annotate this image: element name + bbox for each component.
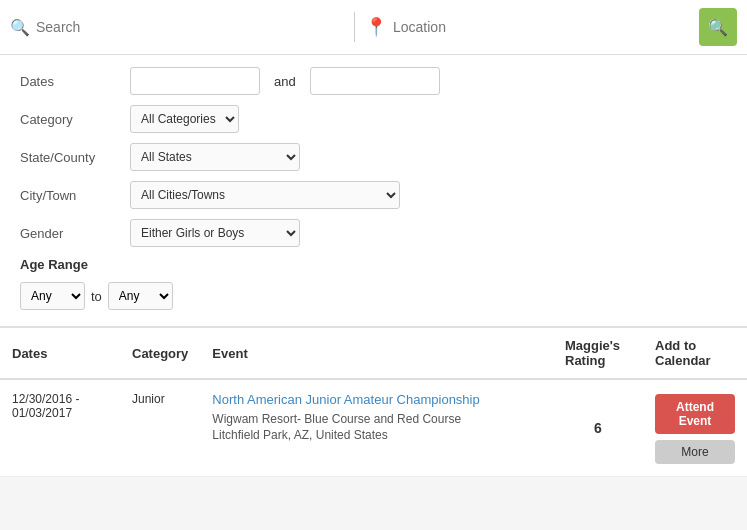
and-text: and <box>274 74 296 89</box>
city-filter-row: City/Town All Cities/Towns <box>20 181 727 209</box>
search-button-icon: 🔍 <box>708 18 728 37</box>
col-header-calendar: Add to Calendar <box>643 328 747 379</box>
dates-filter-row: Dates and <box>20 67 727 95</box>
state-select[interactable]: All States <box>130 143 300 171</box>
col-header-rating: Maggie's Rating <box>553 328 643 379</box>
category-filter-row: Category All Categories <box>20 105 727 133</box>
search-divider <box>354 12 355 42</box>
state-label: State/County <box>20 150 130 165</box>
city-label: City/Town <box>20 188 130 203</box>
state-control: All States <box>130 143 300 171</box>
search-section: 🔍 <box>10 18 344 37</box>
col-header-dates: Dates <box>0 328 120 379</box>
city-control: All Cities/Towns <box>130 181 400 209</box>
cell-dates: 12/30/2016 - 01/03/2017 <box>0 379 120 477</box>
results-table: Dates Category Event Maggie's Rating Add… <box>0 328 747 477</box>
date-from-input[interactable] <box>130 67 260 95</box>
event-location: Litchfield Park, AZ, United States <box>212 428 541 442</box>
cell-rating: 6 <box>553 379 643 477</box>
age-from-select[interactable]: Any <box>20 282 85 310</box>
event-venue: Wigwam Resort- Blue Course and Red Cours… <box>212 411 541 428</box>
cell-calendar: Attend Event More <box>643 379 747 477</box>
city-select[interactable]: All Cities/Towns <box>130 181 400 209</box>
gender-control: Either Girls or Boys <box>130 219 300 247</box>
to-text: to <box>91 289 102 304</box>
dates-control: and <box>130 67 440 95</box>
search-bar: 🔍 📍 🔍 <box>0 0 747 55</box>
gender-filter-row: Gender Either Girls or Boys <box>20 219 727 247</box>
col-header-category: Category <box>120 328 200 379</box>
dates-label: Dates <box>20 74 130 89</box>
category-control: All Categories <box>130 105 239 133</box>
gender-select[interactable]: Either Girls or Boys <box>130 219 300 247</box>
location-pin-icon: 📍 <box>365 16 387 38</box>
search-input[interactable] <box>36 19 344 35</box>
search-button[interactable]: 🔍 <box>699 8 737 46</box>
event-dates: 12/30/2016 - 01/03/2017 <box>12 392 79 420</box>
event-rating: 6 <box>594 420 602 436</box>
date-to-input[interactable] <box>310 67 440 95</box>
event-category: Junior <box>132 392 165 406</box>
table-header-row: Dates Category Event Maggie's Rating Add… <box>0 328 747 379</box>
filters-section: Dates and Category All Categories State/… <box>0 55 747 328</box>
category-label: Category <box>20 112 130 127</box>
attend-event-button[interactable]: Attend Event <box>655 394 735 434</box>
location-section: 📍 <box>365 16 699 38</box>
category-select[interactable]: All Categories <box>130 105 239 133</box>
cell-category: Junior <box>120 379 200 477</box>
location-input[interactable] <box>393 19 699 35</box>
more-button[interactable]: More <box>655 440 735 464</box>
table-row: 12/30/2016 - 01/03/2017 Junior North Ame… <box>0 379 747 477</box>
search-icon: 🔍 <box>10 18 30 37</box>
state-filter-row: State/County All States <box>20 143 727 171</box>
age-range-label: Age Range <box>20 257 727 272</box>
col-header-event: Event <box>200 328 553 379</box>
age-range-row: Any to Any <box>20 282 727 310</box>
gender-label: Gender <box>20 226 130 241</box>
cell-event: North American Junior Amateur Championsh… <box>200 379 553 477</box>
age-to-select[interactable]: Any <box>108 282 173 310</box>
event-title-link[interactable]: North American Junior Amateur Championsh… <box>212 392 541 407</box>
